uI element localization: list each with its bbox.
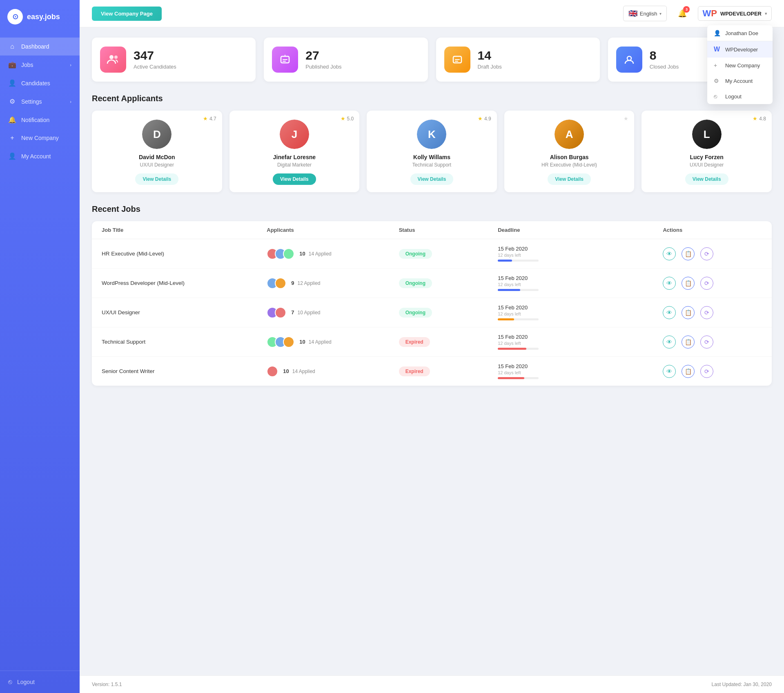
sidebar-item-notification[interactable]: 🔔 Notification xyxy=(0,111,80,129)
company-name: WPDEVELOPER xyxy=(720,11,762,17)
david-name: David McDon xyxy=(98,154,216,160)
closed-stat-number: 8 xyxy=(650,49,679,62)
kolly-view-details-button[interactable]: View Details xyxy=(410,173,454,185)
col-deadline: Deadline xyxy=(498,227,663,233)
sidebar-item-jobs[interactable]: 💼 Jobs › xyxy=(0,56,80,74)
view-action-button[interactable]: 👁 xyxy=(663,306,676,319)
language-selector[interactable]: 🇬🇧 English ▾ xyxy=(623,6,667,21)
kolly-avatar: K xyxy=(417,120,446,149)
star-icon: ★ xyxy=(203,116,208,122)
applicants-cell: 9 12 Applied xyxy=(267,278,399,289)
dropdown-item-logout[interactable]: ⎋ Logout xyxy=(707,89,773,104)
applied-count: 7 xyxy=(291,309,294,315)
published-stat-label: Published Jobs xyxy=(305,64,341,70)
david-view-details-button[interactable]: View Details xyxy=(135,173,178,185)
david-role: UX/UI Designer xyxy=(98,162,216,168)
candidates-stat-label: Active Candidates xyxy=(134,64,176,70)
deadline-cell: 15 Feb 2020 12 days left xyxy=(498,275,663,291)
progress-bar xyxy=(498,289,520,291)
share-action-button[interactable]: ⟳ xyxy=(700,277,713,290)
share-action-button[interactable]: ⟳ xyxy=(700,306,713,319)
dropdown-item-user[interactable]: 👤 Jonathan Doe xyxy=(707,25,773,41)
sidebar-item-dashboard[interactable]: ⌂ Dashboard xyxy=(0,38,80,56)
dropdown-item-new-company[interactable]: + New Company xyxy=(707,58,773,73)
sidebar-item-settings[interactable]: ⚙ Settings › xyxy=(0,92,80,111)
lucy-rating: ★ 4.8 xyxy=(753,116,766,122)
company-dropdown: 👤 Jonathan Doe W WPDeveloper + New Compa… xyxy=(707,25,773,104)
lucy-view-details-button[interactable]: View Details xyxy=(685,173,728,185)
app-logo[interactable]: ⊙ easy.jobs xyxy=(0,0,80,33)
jinefar-role: Digital Marketer xyxy=(236,162,353,168)
applicant-card-kolly: ★ 4.9 K Kolly Willams Technical Support … xyxy=(367,111,497,192)
avatar-stack xyxy=(267,248,291,260)
dropdown-my-account-label: My Account xyxy=(725,78,753,84)
edit-action-button[interactable]: 📋 xyxy=(682,277,695,290)
published-stat-info: 27 Published Jobs xyxy=(305,49,341,70)
svg-point-0 xyxy=(109,55,114,59)
status-badge: Expired xyxy=(399,366,430,376)
sidebar-item-my-account[interactable]: 👤 My Account xyxy=(0,147,80,165)
chevron-right-icon: › xyxy=(70,62,71,67)
view-action-button[interactable]: 👁 xyxy=(663,247,676,260)
jinefar-view-details-button[interactable]: View Details xyxy=(273,173,316,185)
applied-text: 12 Applied xyxy=(297,280,320,286)
col-applicants: Applicants xyxy=(267,227,399,233)
edit-action-button[interactable]: 📋 xyxy=(682,335,695,349)
applicant-card-jinefar: ★ 5.0 J Jinefar Loresne Digital Marketer… xyxy=(229,111,360,192)
applicants-grid: ★ 4.7 D David McDon UX/UI Designer View … xyxy=(92,111,772,192)
view-action-button[interactable]: 👁 xyxy=(663,335,676,349)
stat-card-published: 27 Published Jobs xyxy=(264,38,428,82)
job-title: Technical Support xyxy=(102,339,267,345)
edit-action-button[interactable]: 📋 xyxy=(682,306,695,319)
sidebar-item-label: Notification xyxy=(21,117,49,123)
col-actions: Actions xyxy=(663,227,762,233)
sidebar-item-candidates[interactable]: 👤 Candidates xyxy=(0,74,80,92)
closed-stat-label: Closed Jobs xyxy=(650,64,679,70)
svg-point-1 xyxy=(114,56,118,59)
view-action-button[interactable]: 👁 xyxy=(663,365,676,378)
sidebar-item-new-company[interactable]: + New Company xyxy=(0,129,80,147)
draft-stat-number: 14 xyxy=(478,49,502,62)
status-badge: Expired xyxy=(399,337,430,347)
status-cell: Expired xyxy=(399,337,498,347)
edit-action-button[interactable]: 📋 xyxy=(682,247,695,260)
col-status: Status xyxy=(399,227,498,233)
deadline-date: 15 Feb 2020 xyxy=(498,363,663,369)
alison-avatar: A xyxy=(555,120,584,149)
language-label: English xyxy=(640,11,657,17)
alison-view-details-button[interactable]: View Details xyxy=(548,173,591,185)
recent-applicants-title: Recent Applicants xyxy=(92,94,772,103)
sidebar-item-label: New Company xyxy=(21,135,59,141)
view-action-button[interactable]: 👁 xyxy=(663,277,676,290)
dropdown-item-my-account[interactable]: ⚙ My Account xyxy=(707,73,773,89)
view-company-button[interactable]: View Company Page xyxy=(92,7,162,21)
david-avatar: D xyxy=(142,120,172,149)
notification-button[interactable]: 🔔 3 xyxy=(675,6,690,21)
share-action-button[interactable]: ⟳ xyxy=(700,247,713,260)
stat-card-draft: 14 Draft Jobs xyxy=(436,38,600,82)
candidates-stat-info: 347 Active Candidates xyxy=(134,49,176,70)
deadline-left: 12 days left xyxy=(498,311,663,316)
dropdown-item-wpdeveloper[interactable]: W WPDeveloper xyxy=(707,41,773,58)
lucy-avatar-img: L xyxy=(692,120,722,149)
stat-card-candidates: 347 Active Candidates xyxy=(92,38,256,82)
lucy-role: UX/UI Designer xyxy=(648,162,765,168)
status-badge: Ongoing xyxy=(399,308,432,318)
page-content: 347 Active Candidates 27 Published Jobs xyxy=(80,27,784,675)
candidates-stat-number: 347 xyxy=(134,49,176,62)
kolly-avatar-img: K xyxy=(417,120,446,149)
edit-action-button[interactable]: 📋 xyxy=(682,365,695,378)
share-action-button[interactable]: ⟳ xyxy=(700,365,713,378)
share-action-button[interactable]: ⟳ xyxy=(700,335,713,349)
company-selector[interactable]: WP WPDEVELOPER ▾ xyxy=(698,6,772,21)
draft-stat-info: 14 Draft Jobs xyxy=(478,49,502,70)
job-title: Senior Content Writer xyxy=(102,368,267,374)
deadline-cell: 15 Feb 2020 12 days left xyxy=(498,304,663,320)
sidebar-logout[interactable]: ⎋ Logout xyxy=(0,671,80,693)
status-cell: Ongoing xyxy=(399,249,498,259)
jobs-table: Job Title Applicants Status Deadline Act… xyxy=(92,221,772,386)
applied-count: 10 xyxy=(299,251,305,257)
header-left: View Company Page xyxy=(92,7,162,21)
logout-icon: ⎋ xyxy=(714,93,721,100)
deadline-left: 12 days left xyxy=(498,370,663,375)
